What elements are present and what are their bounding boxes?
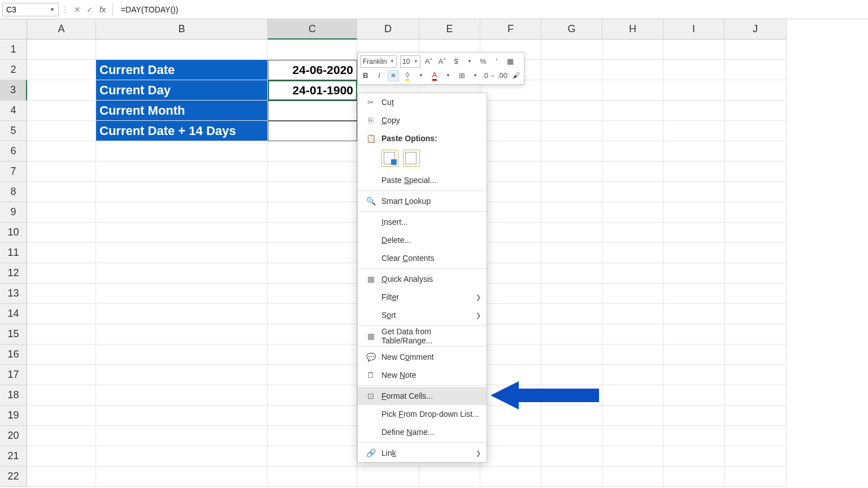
name-box[interactable]: C3 ▼ — [2, 3, 59, 16]
cell[interactable] — [663, 467, 724, 487]
cell[interactable] — [602, 121, 663, 141]
cell[interactable] — [541, 162, 602, 182]
cell[interactable] — [663, 101, 724, 121]
context-menu-item[interactable]: Paste Special... — [358, 171, 487, 189]
column-header[interactable]: F — [480, 19, 541, 40]
cell[interactable] — [96, 324, 268, 345]
cell[interactable] — [724, 426, 787, 446]
paste-icon[interactable] — [403, 150, 420, 167]
cell[interactable] — [602, 304, 663, 324]
cell[interactable] — [541, 40, 602, 60]
table-icon[interactable]: ▦ — [505, 56, 515, 67]
cell[interactable] — [96, 182, 268, 202]
context-menu-item[interactable]: Delete... — [358, 231, 487, 249]
row-header[interactable]: 6 — [0, 141, 27, 162]
cell[interactable] — [96, 365, 268, 385]
cell[interactable] — [480, 182, 541, 202]
cell[interactable] — [602, 223, 663, 243]
row-header[interactable]: 19 — [0, 406, 27, 426]
font-size-select[interactable]: 10▼ — [400, 55, 420, 68]
cell[interactable] — [480, 223, 541, 243]
cell[interactable] — [602, 60, 663, 80]
cell[interactable] — [268, 406, 357, 426]
cell[interactable] — [96, 345, 268, 365]
cell[interactable] — [268, 426, 357, 446]
cell[interactable] — [27, 60, 96, 80]
chevron-down-icon[interactable]: ▼ — [470, 71, 480, 81]
cell[interactable] — [27, 141, 96, 162]
cell[interactable] — [663, 324, 724, 345]
context-menu-item[interactable]: 💬New Comment — [358, 348, 487, 366]
cell[interactable] — [96, 162, 268, 182]
row-header[interactable]: 15 — [0, 324, 27, 345]
formula-input[interactable]: =DAY(TODAY()) — [116, 5, 868, 14]
context-menu-item[interactable]: Clear Contents — [358, 249, 487, 267]
cell[interactable] — [724, 101, 787, 121]
cell[interactable] — [663, 263, 724, 284]
cell[interactable] — [480, 121, 541, 141]
cell[interactable] — [602, 182, 663, 202]
context-menu-item[interactable]: 📋Paste Options: — [358, 129, 487, 147]
column-header[interactable]: G — [541, 19, 602, 40]
font-color-button[interactable]: A — [429, 71, 440, 81]
column-header[interactable]: E — [419, 19, 480, 40]
cell[interactable] — [541, 80, 602, 101]
cell[interactable] — [724, 182, 787, 202]
cell[interactable] — [602, 365, 663, 385]
cell[interactable]: Current Day — [96, 80, 268, 101]
cell[interactable] — [724, 385, 787, 406]
column-header[interactable]: J — [724, 19, 787, 40]
font-name-select[interactable]: Franklin▼ — [361, 55, 397, 68]
percent-icon[interactable]: % — [478, 56, 488, 67]
cell[interactable] — [268, 467, 357, 487]
cell[interactable] — [27, 324, 96, 345]
cell[interactable] — [268, 345, 357, 365]
cell[interactable] — [541, 223, 602, 243]
cell[interactable] — [268, 101, 357, 121]
cell[interactable] — [96, 304, 268, 324]
cell[interactable] — [480, 162, 541, 182]
cell[interactable] — [724, 304, 787, 324]
cell[interactable] — [480, 284, 541, 304]
cell[interactable] — [268, 40, 357, 60]
row-header[interactable]: 10 — [0, 223, 27, 243]
cell[interactable] — [27, 121, 96, 141]
cell[interactable] — [419, 467, 480, 487]
cell[interactable] — [663, 223, 724, 243]
cell[interactable] — [724, 467, 787, 487]
cell[interactable] — [27, 263, 96, 284]
cell[interactable] — [663, 284, 724, 304]
cell[interactable]: 24-06-2020 — [268, 60, 357, 80]
cell[interactable] — [602, 385, 663, 406]
chevron-down-icon[interactable]: ▼ — [443, 71, 453, 81]
cell[interactable] — [724, 284, 787, 304]
column-header[interactable]: H — [602, 19, 663, 40]
cell[interactable] — [724, 406, 787, 426]
cell[interactable] — [27, 467, 96, 487]
context-menu-item[interactable]: Sort❯ — [358, 306, 487, 324]
row-header[interactable]: 16 — [0, 345, 27, 365]
row-header[interactable]: 11 — [0, 243, 27, 263]
cell[interactable] — [96, 426, 268, 446]
cell[interactable] — [724, 60, 787, 80]
chevron-down-icon[interactable]: ▼ — [50, 7, 55, 12]
context-menu-item[interactable]: ▦Get Data from Table/Range... — [358, 327, 487, 345]
row-header[interactable]: 21 — [0, 446, 27, 467]
cell[interactable] — [663, 182, 724, 202]
cell[interactable] — [724, 202, 787, 223]
context-menu-item[interactable]: Define Name... — [358, 423, 487, 441]
cell[interactable] — [663, 385, 724, 406]
fx-icon[interactable]: fx — [99, 5, 106, 14]
cell[interactable] — [27, 202, 96, 223]
cell[interactable] — [602, 40, 663, 60]
cell[interactable] — [27, 284, 96, 304]
cell[interactable] — [541, 467, 602, 487]
cell[interactable] — [96, 406, 268, 426]
cell[interactable] — [663, 446, 724, 467]
cell[interactable] — [480, 304, 541, 324]
row-header[interactable]: 3 — [0, 80, 27, 101]
row-header[interactable]: 8 — [0, 182, 27, 202]
cell[interactable] — [724, 80, 787, 101]
context-menu-item[interactable]: Filter❯ — [358, 288, 487, 306]
cell[interactable] — [602, 263, 663, 284]
